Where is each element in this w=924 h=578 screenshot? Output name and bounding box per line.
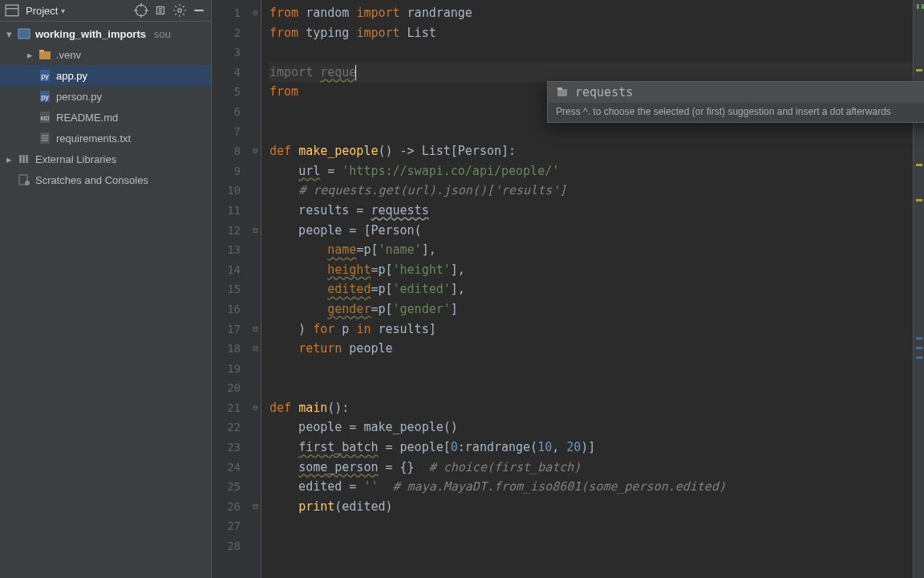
tree-item[interactable]: pyapp.py [0, 65, 211, 86]
code-line[interactable]: import reque [270, 63, 913, 83]
svg-text:MD: MD [41, 116, 50, 121]
chevron-down-icon[interactable]: ▾ [61, 6, 65, 15]
tree-item-label: .venv [56, 49, 81, 61]
text-caret [355, 65, 356, 79]
code-line[interactable] [270, 43, 913, 63]
tree-root-label: working_with_imports [35, 28, 146, 40]
completion-option-label: requests [575, 85, 633, 100]
project-pane-icon [5, 3, 19, 18]
tree-root-hint: sou [154, 28, 171, 40]
project-label[interactable]: Project [26, 5, 58, 17]
svg-point-11 [178, 9, 182, 13]
code-line[interactable]: edited = '' # maya.MayaDT.from_iso8601(s… [270, 477, 913, 497]
expand-all-icon[interactable] [153, 3, 168, 18]
code-line[interactable]: some_person = {} # choice(first_batch) [270, 458, 913, 478]
svg-rect-27 [22, 155, 25, 163]
code-line[interactable] [270, 359, 913, 379]
code-line[interactable]: people = [Person( [270, 221, 913, 241]
tree-item-label: README.md [56, 112, 118, 124]
file-icon: py [38, 90, 51, 103]
code-line[interactable] [270, 536, 913, 556]
svg-rect-14 [39, 51, 51, 59]
code-line[interactable]: def make_people() -> List[Person]: [270, 141, 913, 161]
code-line[interactable]: results = requests [270, 201, 913, 221]
code-line[interactable]: height=p['height'], [270, 260, 913, 280]
completion-hint: Press ^. to choose the selected (or firs… [548, 103, 924, 122]
tree-item[interactable]: MDREADME.md [0, 107, 211, 128]
file-icon: py [38, 69, 51, 82]
code-line[interactable]: # requests.get(url).json()['results'] [270, 181, 913, 201]
minimize-icon[interactable] [192, 3, 206, 18]
code-line[interactable]: from random import randrange [270, 3, 913, 23]
svg-rect-15 [39, 50, 44, 52]
line-number-gutter[interactable]: 1234567891011121314151617181920212223242… [212, 0, 250, 578]
code-line[interactable] [270, 122, 913, 142]
module-icon [18, 27, 30, 40]
code-completion-popup[interactable]: requests Press ^. to choose the selected… [547, 81, 924, 123]
sidebar-toolbar: Project ▾ [0, 0, 211, 22]
svg-rect-31 [557, 89, 567, 96]
svg-rect-32 [557, 88, 562, 90]
svg-rect-0 [6, 5, 18, 16]
external-libraries-label: External Libraries [35, 153, 116, 165]
code-line[interactable]: gender=p['gender'] [270, 299, 913, 320]
svg-point-30 [25, 181, 30, 185]
pause-icon[interactable]: ▮▮ [915, 2, 924, 10]
code-line[interactable]: people = make_people() [270, 417, 913, 438]
svg-rect-26 [19, 155, 22, 163]
scratches-label: Scratches and Consoles [35, 174, 148, 186]
fold-gutter[interactable]: ⊖⊖⊟⊟⊟⊖⊟ [250, 0, 261, 578]
code-line[interactable]: name=p['name'], [270, 240, 913, 260]
code-line[interactable]: from typing import List [270, 23, 913, 43]
file-icon [38, 48, 51, 61]
svg-rect-28 [26, 155, 28, 163]
svg-rect-13 [18, 29, 30, 39]
project-tree[interactable]: ▾ working_with_imports sou ▸.venvpyapp.p… [0, 22, 211, 190]
tree-item-label: requirements.txt [56, 132, 131, 144]
code-line[interactable] [270, 378, 913, 398]
scratches[interactable]: Scratches and Consoles [0, 169, 211, 190]
tree-root[interactable]: ▾ working_with_imports sou [0, 23, 211, 44]
editor: 1234567891011121314151617181920212223242… [212, 0, 924, 578]
tree-item[interactable]: requirements.txt [0, 128, 211, 149]
code-line[interactable]: def main(): [270, 398, 913, 418]
caret-right-icon[interactable]: ▸ [26, 49, 34, 61]
code-line[interactable]: ) for p in results] [270, 320, 913, 340]
svg-text:py: py [41, 93, 49, 101]
target-icon[interactable] [134, 3, 148, 18]
file-icon: MD [38, 111, 51, 124]
code-line[interactable]: return people [270, 339, 913, 359]
tree-item-label: app.py [56, 70, 87, 82]
code-line[interactable]: first_batch = people[0:randrange(10, 20)… [270, 438, 913, 458]
code-line[interactable] [270, 516, 913, 536]
caret-down-icon[interactable]: ▾ [5, 28, 13, 40]
file-icon [38, 132, 51, 144]
tree-item[interactable]: pyperson.py [0, 86, 211, 107]
code-line[interactable]: url = 'https://swapi.co/api/people/' [270, 161, 913, 181]
caret-right-icon[interactable]: ▸ [5, 153, 13, 165]
completion-option[interactable]: requests [548, 82, 924, 103]
code-line[interactable]: print(edited) [270, 497, 913, 517]
code-line[interactable]: edited=p['edited'], [270, 279, 913, 299]
package-icon [556, 86, 569, 99]
scratches-icon [18, 173, 30, 186]
libraries-icon [18, 153, 30, 165]
external-libraries[interactable]: ▸ External Libraries [0, 149, 211, 169]
tree-item[interactable]: ▸.venv [0, 44, 211, 65]
tree-item-label: person.py [56, 91, 102, 103]
project-sidebar: Project ▾ ▾ working_with_imports sou ▸.v… [0, 0, 212, 578]
svg-text:py: py [41, 72, 49, 80]
gear-icon[interactable] [172, 3, 187, 18]
